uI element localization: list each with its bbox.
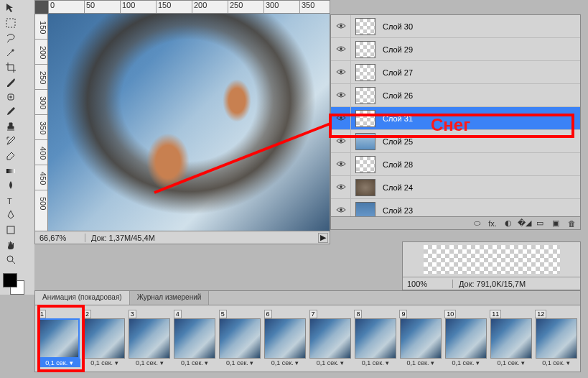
frame-delay[interactable]: 0,1 сек. ▾ bbox=[535, 359, 577, 367]
frame-thumbnail[interactable] bbox=[536, 318, 577, 359]
frame-thumbnail[interactable] bbox=[400, 318, 442, 359]
frame-thumbnail[interactable] bbox=[309, 318, 351, 359]
visibility-toggle-icon[interactable] bbox=[331, 153, 351, 175]
layer-mask-icon[interactable]: ◐ bbox=[503, 218, 514, 229]
link-layers-icon[interactable]: ⬭ bbox=[471, 218, 482, 229]
frame-thumbnail[interactable] bbox=[174, 318, 215, 359]
layer-name-label[interactable]: Слой 29 bbox=[380, 45, 580, 54]
animation-frame[interactable]: 80,1 сек. ▾ bbox=[354, 310, 396, 367]
animation-frame[interactable]: 10,1 сек. ▾ bbox=[38, 310, 80, 367]
heal-tool[interactable] bbox=[3, 90, 19, 103]
animation-frame[interactable]: 30,1 сек. ▾ bbox=[129, 310, 171, 367]
animation-frame[interactable]: 70,1 сек. ▾ bbox=[309, 310, 352, 367]
layer-row[interactable]: Слой 29 bbox=[331, 38, 580, 61]
frame-thumbnail[interactable] bbox=[219, 318, 261, 359]
eyedropper-tool[interactable] bbox=[3, 75, 19, 89]
crop-tool[interactable] bbox=[3, 60, 19, 74]
stamp-tool[interactable] bbox=[3, 120, 19, 134]
layer-row[interactable]: Слой 27 bbox=[331, 61, 580, 84]
adjustment-layer-icon[interactable]: �◢ bbox=[518, 218, 530, 229]
layer-row[interactable]: Слой 23 bbox=[331, 199, 580, 216]
layer-name-label[interactable]: Слой 26 bbox=[380, 91, 580, 100]
foreground-color[interactable] bbox=[3, 273, 17, 287]
layer-row[interactable]: Слой 24 bbox=[331, 176, 580, 199]
hand-tool[interactable] bbox=[3, 238, 19, 252]
color-swatches[interactable] bbox=[3, 273, 26, 295]
layer-name-label[interactable]: Слой 28 bbox=[380, 160, 580, 169]
layer-row[interactable]: Слой 28 bbox=[331, 153, 580, 176]
frame-delay[interactable]: 0,1 сек. ▾ bbox=[129, 359, 171, 367]
shape-tool[interactable] bbox=[3, 223, 19, 237]
animation-frame[interactable]: 120,1 сек. ▾ bbox=[535, 310, 577, 367]
frame-thumbnail[interactable] bbox=[129, 318, 170, 359]
frame-delay[interactable]: 0,1 сек. ▾ bbox=[83, 359, 126, 367]
navigator-zoom[interactable]: 100% bbox=[403, 280, 453, 288]
frame-thumbnail[interactable] bbox=[490, 318, 532, 359]
frame-delay[interactable]: 0,1 сек. ▾ bbox=[174, 359, 216, 367]
layer-thumbnail[interactable] bbox=[355, 110, 375, 127]
marquee-tool[interactable] bbox=[3, 17, 19, 30]
tab-measurement-log[interactable]: Журнал измерений bbox=[130, 291, 210, 305]
layer-fx-icon[interactable]: fx. bbox=[487, 218, 498, 229]
scroll-right-icon[interactable]: ▶ bbox=[318, 233, 328, 243]
layer-thumbnail[interactable] bbox=[355, 18, 375, 35]
tab-animation[interactable]: Анимация (покадровая) bbox=[35, 291, 130, 305]
move-tool[interactable] bbox=[3, 1, 19, 15]
gradient-tool[interactable] bbox=[3, 164, 19, 178]
zoom-tool[interactable] bbox=[3, 253, 19, 267]
animation-frame[interactable]: 110,1 сек. ▾ bbox=[490, 310, 532, 367]
lasso-tool[interactable] bbox=[3, 31, 19, 45]
frame-thumbnail[interactable] bbox=[38, 318, 80, 359]
animation-frame[interactable]: 20,1 сек. ▾ bbox=[83, 310, 126, 367]
visibility-toggle-icon[interactable] bbox=[331, 176, 351, 198]
animation-frame[interactable]: 100,1 сек. ▾ bbox=[444, 310, 487, 367]
frame-thumbnail[interactable] bbox=[445, 318, 487, 359]
layer-name-label[interactable]: Слой 30 bbox=[380, 22, 580, 31]
wand-tool[interactable] bbox=[3, 46, 19, 60]
new-layer-icon[interactable]: ▣ bbox=[550, 218, 561, 229]
delete-layer-icon[interactable]: 🗑 bbox=[566, 218, 577, 229]
animation-frame[interactable]: 50,1 сек. ▾ bbox=[219, 310, 261, 367]
pen-tool[interactable] bbox=[3, 208, 19, 222]
layer-thumbnail[interactable] bbox=[355, 87, 375, 104]
animation-frame[interactable]: 60,1 сек. ▾ bbox=[264, 310, 307, 367]
frame-delay[interactable]: 0,1 сек. ▾ bbox=[309, 359, 352, 367]
frame-delay[interactable]: 0,1 сек. ▾ bbox=[399, 359, 442, 367]
visibility-toggle-icon[interactable] bbox=[331, 199, 351, 216]
brush-tool[interactable] bbox=[3, 105, 19, 119]
layer-thumbnail[interactable] bbox=[355, 41, 375, 58]
navigator-preview[interactable] bbox=[424, 245, 560, 274]
frame-thumbnail[interactable] bbox=[83, 318, 125, 359]
animation-frame[interactable]: 90,1 сек. ▾ bbox=[399, 310, 442, 367]
layer-name-label[interactable]: Слой 31 bbox=[380, 114, 580, 123]
eraser-tool[interactable] bbox=[3, 149, 19, 163]
layer-name-label[interactable]: Слой 25 bbox=[380, 137, 580, 146]
visibility-toggle-icon[interactable] bbox=[331, 107, 351, 129]
frame-delay[interactable]: 0,1 сек. ▾ bbox=[219, 359, 261, 367]
layer-name-label[interactable]: Слой 23 bbox=[380, 206, 580, 215]
frame-thumbnail[interactable] bbox=[355, 318, 396, 359]
type-tool[interactable]: T bbox=[3, 194, 19, 208]
visibility-toggle-icon[interactable] bbox=[331, 130, 351, 152]
visibility-toggle-icon[interactable] bbox=[331, 61, 351, 83]
layer-thumbnail[interactable] bbox=[355, 133, 375, 150]
frame-delay[interactable]: 0,1 сек. ▾ bbox=[264, 359, 307, 367]
visibility-toggle-icon[interactable] bbox=[331, 84, 351, 106]
visibility-toggle-icon[interactable] bbox=[331, 15, 351, 37]
frame-delay[interactable]: 0,1 сек. ▾ bbox=[354, 359, 396, 367]
zoom-level[interactable]: 66,67% bbox=[35, 234, 85, 242]
layer-thumbnail[interactable] bbox=[355, 156, 375, 173]
layer-row[interactable]: Слой 30 bbox=[331, 15, 580, 38]
layer-name-label[interactable]: Слой 27 bbox=[380, 68, 580, 77]
frame-thumbnail[interactable] bbox=[264, 318, 306, 359]
visibility-toggle-icon[interactable] bbox=[331, 38, 351, 60]
layer-thumbnail[interactable] bbox=[355, 179, 375, 196]
frame-delay[interactable]: 0,1 сек. ▾ bbox=[444, 359, 487, 367]
layer-group-icon[interactable]: ▭ bbox=[534, 218, 546, 229]
frame-delay[interactable]: 0,1 сек. ▾ bbox=[490, 359, 532, 367]
canvas[interactable] bbox=[48, 14, 330, 231]
animation-frame[interactable]: 40,1 сек. ▾ bbox=[174, 310, 216, 367]
layer-thumbnail[interactable] bbox=[355, 64, 375, 81]
layer-thumbnail[interactable] bbox=[355, 202, 375, 217]
history-brush-tool[interactable] bbox=[3, 134, 19, 148]
